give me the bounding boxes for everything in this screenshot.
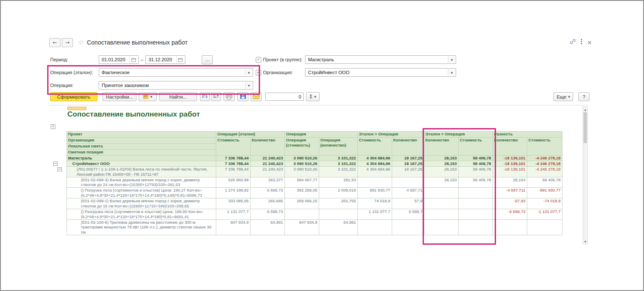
report-cell[interactable]: 202,755 — [319, 198, 357, 209]
header-lokalnaya-smeta[interactable]: Локальная смета — [67, 144, 216, 150]
report-cell[interactable]: 3 090 510,26 — [284, 166, 319, 177]
favorite-star-icon[interactable]: ☆ — [78, 39, 84, 46]
report-cell[interactable]: 260,685 — [250, 198, 284, 209]
report-cell[interactable]: 7 336 788,44 — [216, 156, 250, 161]
header-group-etalon-lt-operation[interactable]: Эталон < Операция — [424, 132, 493, 138]
scrollbar-thumb[interactable] — [584, 112, 587, 143]
sigma-button[interactable]: Σ ▼ — [306, 92, 320, 101]
table-row[interactable]: (Е01-02-099-3) Валка деревьев мягких пор… — [49, 177, 562, 188]
more-button[interactable]: Еще ▼ — [553, 92, 573, 101]
report-cell[interactable]: 584 067,77 — [284, 177, 319, 188]
header-project[interactable]: Проект — [67, 132, 216, 138]
report-cell[interactable]: 263,377 — [250, 177, 284, 188]
report-cell[interactable]: 21 240,423 — [250, 161, 284, 166]
report-cell[interactable]: -4 246 278,18 — [527, 161, 562, 166]
report-cell[interactable]: 382 258,05 — [284, 188, 319, 198]
chevron-down-icon[interactable]: ▼ — [245, 82, 252, 89]
report-cell[interactable]: 6 698,7 — [392, 209, 424, 219]
header-col-kolichestvo-1[interactable]: Количество — [250, 138, 284, 156]
report-cell[interactable]: 847 834,9 — [216, 219, 250, 235]
scroll-down-icon[interactable]: ▼ — [583, 239, 587, 244]
report-cell[interactable]: 28,153 — [424, 177, 458, 188]
header-col-stoimost-2[interactable]: Стоимость — [357, 138, 392, 156]
report-cell[interactable]: -891 930,77 — [527, 188, 562, 198]
more-menu-icon[interactable] — [581, 39, 582, 46]
report-cell[interactable]: 21 240,423 — [250, 166, 284, 177]
chevron-down-icon[interactable]: ▼ — [448, 69, 455, 76]
table-row[interactable]: () Погрузка леса (сортиментов и хлыстов)… — [49, 188, 562, 198]
send-mail-button[interactable] — [251, 92, 262, 101]
report-cell[interactable]: 1 131 077,7 — [357, 209, 392, 219]
period-from-input[interactable]: 01.01.2020 — [99, 55, 139, 64]
report-cell[interactable] — [284, 209, 319, 219]
report-cell[interactable]: -57,93 — [493, 198, 527, 209]
report-cell[interactable] — [357, 177, 392, 188]
row-label[interactable]: Магистраль — [67, 156, 216, 161]
report-cell[interactable]: 4 687,71 — [392, 188, 424, 198]
report-cell[interactable]: -18 139,101 — [493, 156, 527, 161]
table-row[interactable]: (Е01-02-099-1) Валка деревьев мягких пор… — [49, 198, 562, 209]
table-row[interactable]: Магистраль7 336 788,4421 240,4233 090 51… — [49, 156, 562, 161]
forward-button[interactable]: → — [62, 38, 73, 47]
report-cell[interactable]: 28,153 — [424, 161, 458, 166]
report-cell[interactable]: 3 090 510,26 — [284, 161, 319, 166]
header-group-etalon-gt-operation[interactable]: Эталон > Операция — [357, 132, 424, 138]
close-icon[interactable]: × — [587, 39, 592, 46]
table-row[interactable]: () Разгрузка леса (сортиментов и хлыстов… — [49, 209, 562, 219]
report-cell[interactable] — [458, 198, 493, 209]
header-col-kolichestvo-3[interactable]: Количество — [424, 138, 458, 156]
report-cell[interactable] — [458, 209, 493, 219]
row-label[interactable]: (Е01-02-099-1) Валка деревьев мягких пор… — [67, 198, 216, 209]
calendar-icon[interactable] — [130, 56, 137, 63]
report-cell[interactable]: -18 139,101 — [493, 166, 527, 177]
report-cell[interactable]: 7 336 788,44 — [216, 161, 250, 166]
report-cell[interactable] — [357, 219, 392, 235]
header-col-stoimost-3[interactable]: Стоимость — [458, 138, 493, 156]
report-cell[interactable]: 4 304 684,96 — [357, 161, 392, 166]
report-cell[interactable]: 259 066,15 — [284, 198, 319, 209]
report-cell[interactable]: 58 406,78 — [458, 156, 493, 161]
report-cell[interactable]: 64,991 — [319, 219, 357, 235]
row-label[interactable]: (Л01:00577 / 1-1-108-1-01РИ) Валка леса … — [67, 166, 216, 177]
report-cell[interactable]: 3 090 510,26 — [284, 156, 319, 161]
period-to-input[interactable]: 31.12.2020 — [145, 55, 185, 64]
chevron-down-icon[interactable]: ▼ — [448, 56, 455, 63]
header-col-operation-kolichestvo[interactable]: Операция (количество) — [319, 138, 357, 156]
report-variants-button[interactable]: ▼ — [139, 92, 157, 101]
help-button[interactable]: ? — [578, 92, 590, 101]
generate-button[interactable]: Сформировать — [50, 92, 97, 101]
report-cell[interactable]: 58 406,78 — [458, 161, 493, 166]
selected-cell-marker[interactable] — [67, 107, 86, 110]
operation-select[interactable]: Принятое заказчиком ▼ — [99, 81, 253, 90]
organization-checkbox[interactable]: ✓ — [256, 70, 261, 75]
report-cell[interactable]: 4 304 684,96 — [357, 166, 392, 177]
report-cell[interactable] — [458, 188, 493, 198]
report-cell[interactable]: 28,153 — [493, 177, 527, 188]
report-cell[interactable] — [458, 219, 493, 235]
scroll-up-icon[interactable]: ▲ — [583, 107, 587, 112]
link-icon[interactable] — [570, 39, 576, 46]
report-cell[interactable]: 333 085,05 — [216, 198, 250, 209]
report-cell[interactable] — [392, 177, 424, 188]
header-col-stoimost-4[interactable]: Стоимость — [527, 138, 562, 156]
project-select[interactable]: Магистраль ▼ — [305, 55, 456, 64]
report-cell[interactable]: 18 167,25 — [392, 156, 424, 161]
report-cell[interactable]: 891 930,77 — [357, 188, 392, 198]
report-cell[interactable] — [319, 209, 357, 219]
report-cell[interactable] — [424, 219, 458, 235]
report-cell[interactable]: 525 860,99 — [216, 177, 250, 188]
report-cell[interactable]: 281,53 — [319, 177, 357, 188]
print-button[interactable] — [224, 92, 235, 101]
header-col-kolichestvo-4[interactable]: Количество — [493, 138, 527, 156]
table-row[interactable]: (Е01-02-100-6) Трелевка древесины на рас… — [49, 219, 562, 235]
settings-button[interactable]: Настройки... — [103, 92, 136, 101]
report-cell[interactable] — [424, 198, 458, 209]
report-cell[interactable]: -4 687,711 — [493, 188, 527, 198]
report-cell[interactable]: 847 834,9 — [284, 219, 319, 235]
organization-select[interactable]: СтройИнвест ООО ▼ — [305, 68, 456, 77]
table-row[interactable]: −(Л01:00577 / 1-1-108-1-01РИ) Валка леса… — [49, 166, 562, 177]
report-cell[interactable] — [493, 219, 527, 235]
report-cell[interactable]: 18 167,25 — [392, 166, 424, 177]
calendar-icon[interactable] — [176, 56, 184, 63]
header-organization[interactable]: Организация — [67, 138, 216, 144]
